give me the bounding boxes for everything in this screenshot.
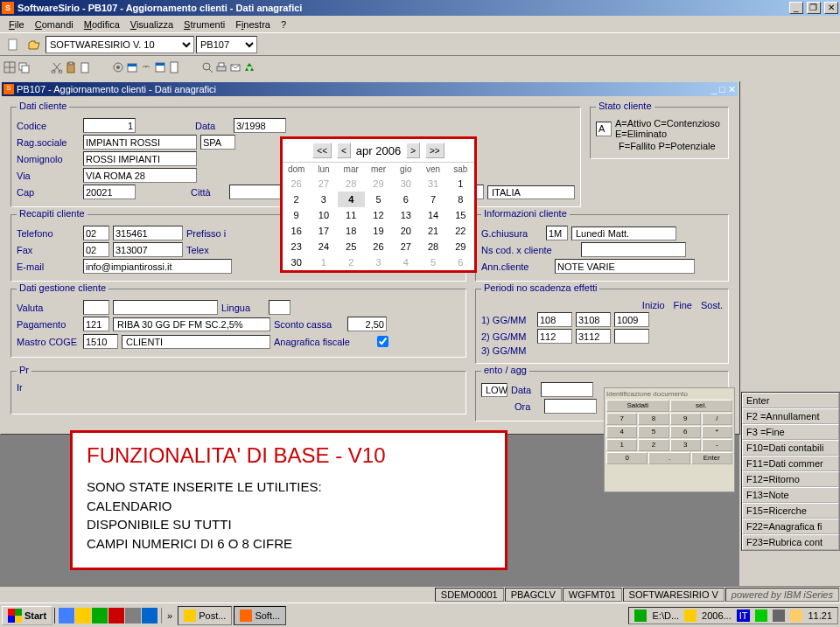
mastro-field[interactable] bbox=[83, 334, 118, 349]
cal-day-cell[interactable]: 19 bbox=[365, 223, 392, 239]
taskbar-task[interactable]: Post... bbox=[178, 606, 232, 625]
child-maximize-button[interactable]: □ bbox=[719, 84, 725, 94]
cal-day-cell[interactable]: 9 bbox=[283, 207, 310, 223]
periodi-r1-inizio[interactable] bbox=[537, 312, 572, 327]
periodi-r2-sost[interactable] bbox=[614, 329, 649, 344]
cal-day-cell[interactable]: 28 bbox=[338, 176, 365, 192]
ultimo-ora-field[interactable] bbox=[544, 399, 597, 414]
cal-day-cell[interactable]: 22 bbox=[447, 223, 474, 239]
tool-window-icon[interactable] bbox=[154, 61, 166, 73]
cal-day-cell[interactable]: 18 bbox=[338, 223, 365, 239]
tray-icon[interactable] bbox=[790, 610, 802, 622]
cal-day-cell[interactable]: 21 bbox=[419, 223, 446, 239]
data-field[interactable] bbox=[234, 118, 286, 133]
anag-checkbox[interactable] bbox=[377, 336, 388, 347]
tool-new-icon[interactable] bbox=[4, 35, 23, 54]
cal-day-cell[interactable]: 11 bbox=[338, 207, 365, 223]
tool-print-prev-icon[interactable] bbox=[201, 61, 214, 73]
tool-copy-icon[interactable] bbox=[18, 61, 30, 73]
via-field[interactable] bbox=[83, 168, 197, 183]
tool-mail-icon[interactable] bbox=[229, 61, 242, 73]
periodi-r1-sost[interactable] bbox=[614, 312, 649, 327]
nomignolo-field[interactable] bbox=[83, 151, 197, 166]
cal-day-cell[interactable]: 2 bbox=[283, 192, 310, 207]
tool-print-icon[interactable] bbox=[215, 61, 228, 73]
cal-next-month-button[interactable]: > bbox=[406, 143, 420, 158]
function-key-button[interactable]: F2 =Annullament bbox=[742, 408, 839, 424]
child-close-button[interactable]: ✕ bbox=[728, 84, 736, 94]
version-select[interactable]: SOFTWARESIRIO V. 10 bbox=[46, 36, 194, 53]
cal-day-cell[interactable]: 23 bbox=[283, 239, 310, 254]
function-key-button[interactable]: F12=Ritorno bbox=[742, 471, 839, 487]
cal-day-cell[interactable]: 6 bbox=[447, 254, 474, 270]
cal-day-cell[interactable]: 24 bbox=[310, 239, 337, 254]
tool-open-icon[interactable] bbox=[24, 35, 44, 54]
cal-day-cell[interactable]: 31 bbox=[419, 176, 446, 192]
cal-day-cell[interactable]: 1 bbox=[447, 176, 474, 192]
cal-day-cell[interactable]: 1 bbox=[310, 254, 337, 270]
email-field[interactable] bbox=[83, 259, 232, 274]
function-key-button[interactable]: F3 =Fine bbox=[742, 424, 839, 440]
cal-day-cell[interactable]: 17 bbox=[310, 223, 337, 239]
cal-day-cell[interactable]: 2 bbox=[338, 254, 365, 270]
ragsoc-field[interactable] bbox=[83, 135, 197, 150]
cal-day-cell[interactable]: 29 bbox=[447, 239, 474, 254]
cal-day-cell[interactable]: 7 bbox=[419, 192, 446, 207]
cal-day-cell[interactable]: 5 bbox=[419, 254, 446, 270]
cal-day-cell[interactable]: 30 bbox=[283, 254, 310, 270]
periodi-r2-fine[interactable] bbox=[576, 329, 611, 344]
function-key-button[interactable]: Enter bbox=[742, 393, 839, 408]
cal-day-cell[interactable]: 16 bbox=[283, 223, 310, 239]
ql-icon[interactable] bbox=[75, 608, 91, 624]
cal-prev-month-button[interactable]: < bbox=[337, 143, 351, 158]
taskbar-task-active[interactable]: Soft... bbox=[234, 606, 286, 625]
ragsoc2-field[interactable] bbox=[200, 135, 235, 150]
fax-field[interactable] bbox=[113, 242, 183, 257]
function-key-button[interactable]: F15=Ricerche bbox=[742, 503, 839, 519]
tool-recycle-icon[interactable] bbox=[243, 61, 256, 73]
valuta-field[interactable] bbox=[83, 300, 109, 315]
codice-field[interactable] bbox=[83, 118, 136, 133]
cal-day-cell[interactable]: 10 bbox=[310, 207, 337, 223]
tool-grid-icon[interactable] bbox=[4, 61, 16, 73]
ann-field[interactable] bbox=[555, 259, 695, 274]
menu-file[interactable]: File bbox=[4, 17, 30, 31]
tool-link-icon[interactable] bbox=[140, 61, 152, 73]
cal-day-cell[interactable]: 27 bbox=[392, 239, 419, 254]
start-button[interactable]: Start bbox=[2, 606, 52, 625]
gchiusura-field[interactable] bbox=[546, 226, 568, 240]
ql-icon[interactable] bbox=[142, 608, 158, 624]
cal-prev-year-button[interactable]: << bbox=[312, 143, 332, 158]
menu-strumenti[interactable]: Strumenti bbox=[178, 17, 230, 31]
close-button[interactable]: ✕ bbox=[824, 2, 838, 14]
tool-doc-icon[interactable] bbox=[168, 61, 180, 73]
cal-day-cell[interactable]: 3 bbox=[310, 192, 337, 207]
tray-icon[interactable] bbox=[773, 610, 785, 622]
cal-day-cell[interactable]: 12 bbox=[365, 207, 392, 223]
menu-help[interactable]: ? bbox=[276, 17, 291, 31]
cal-day-cell[interactable]: 5 bbox=[365, 192, 392, 207]
cal-day-cell[interactable]: 27 bbox=[310, 176, 337, 192]
cal-day-cell[interactable]: 14 bbox=[419, 207, 446, 223]
tray-icon[interactable] bbox=[684, 610, 696, 622]
module-select[interactable]: PB107 bbox=[196, 36, 257, 53]
tel-pref-field[interactable] bbox=[83, 226, 109, 240]
tray-icon[interactable] bbox=[755, 610, 767, 622]
fax-pref-field[interactable] bbox=[83, 242, 109, 257]
tool-settings-icon[interactable] bbox=[112, 61, 124, 73]
cal-day-cell[interactable]: 3 bbox=[365, 254, 392, 270]
cal-day-cell[interactable]: 4 bbox=[338, 192, 365, 207]
nscod-field[interactable] bbox=[581, 242, 686, 257]
child-minimize-button[interactable]: _ bbox=[711, 84, 717, 94]
tray-icon[interactable] bbox=[634, 610, 647, 622]
ql-icon[interactable] bbox=[59, 608, 74, 624]
cal-day-cell[interactable]: 25 bbox=[338, 239, 365, 254]
cal-day-cell[interactable]: 6 bbox=[392, 192, 419, 207]
ql-icon[interactable] bbox=[92, 608, 108, 624]
cal-day-cell[interactable]: 26 bbox=[365, 239, 392, 254]
cal-day-cell[interactable]: 30 bbox=[392, 176, 419, 192]
periodi-r2-inizio[interactable] bbox=[537, 329, 572, 344]
function-key-button[interactable]: F13=Note bbox=[742, 487, 839, 503]
cal-day-cell[interactable]: 28 bbox=[419, 239, 446, 254]
restore-button[interactable]: ❐ bbox=[807, 2, 821, 14]
